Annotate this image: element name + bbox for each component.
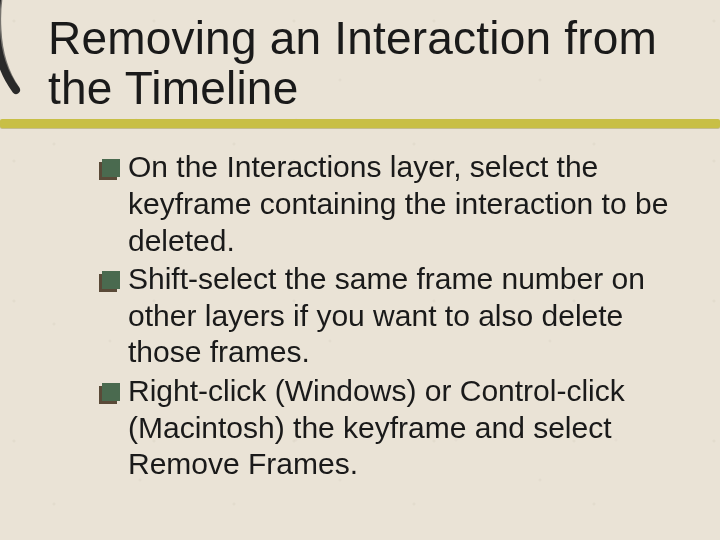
bullet-icon xyxy=(102,271,120,289)
list-item-text: Right-click (Windows) or Control-click (… xyxy=(128,373,678,483)
decorative-brush-stroke xyxy=(0,0,40,98)
title-underline xyxy=(48,113,686,143)
list-item: Shift-select the same frame number on ot… xyxy=(102,261,678,371)
list-item: On the Interactions layer, select the ke… xyxy=(102,149,678,259)
slide-title: Removing an Interaction from the Timelin… xyxy=(48,14,686,113)
list-item-text: On the Interactions layer, select the ke… xyxy=(128,149,678,259)
bullet-icon xyxy=(102,159,120,177)
bullet-list: On the Interactions layer, select the ke… xyxy=(48,149,686,482)
list-item: Right-click (Windows) or Control-click (… xyxy=(102,373,678,483)
list-item-text: Shift-select the same frame number on ot… xyxy=(128,261,678,371)
slide-container: Removing an Interaction from the Timelin… xyxy=(0,0,720,540)
bullet-icon xyxy=(102,383,120,401)
